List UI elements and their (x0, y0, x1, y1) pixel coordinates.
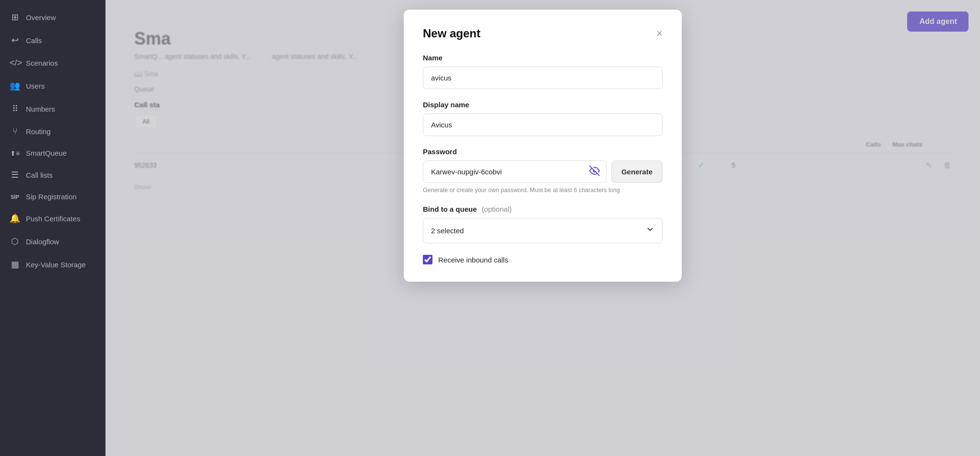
modal-close-button[interactable]: × (656, 28, 663, 39)
display-name-label: Display name (423, 101, 663, 109)
modal-overlay: New agent × Name Display name Password (105, 0, 980, 456)
password-input[interactable] (423, 160, 607, 183)
queue-select-wrap: 2 selected (423, 218, 663, 243)
sidebar-item-label: Dialogflow (26, 238, 59, 246)
bind-queue-label: Bind to a queue (optional) (423, 205, 663, 213)
overview-icon: ⊞ (10, 12, 20, 23)
sidebar-item-key-value-storage[interactable]: ▦ Key-Value Storage (0, 253, 105, 276)
password-field-group: Password Generate Generate or create yo (423, 148, 663, 194)
receive-calls-label: Receive inbound calls (438, 256, 508, 264)
sidebar-item-label: Users (26, 82, 45, 90)
password-hint: Generate or create your own password. Mu… (423, 187, 663, 194)
receive-calls-checkbox[interactable] (423, 255, 432, 264)
sidebar-item-scenarios[interactable]: </> Scenarios (0, 52, 105, 74)
key-value-icon: ▦ (10, 259, 20, 270)
sidebar-item-label: Sip Registration (26, 193, 77, 201)
calls-icon: ↩ (10, 35, 20, 46)
name-input[interactable] (423, 67, 663, 89)
sidebar-item-label: Push Certificates (26, 215, 80, 223)
push-cert-icon: 🔔 (10, 213, 20, 224)
receive-calls-row: Receive inbound calls (423, 255, 663, 264)
password-row: Generate (423, 160, 663, 183)
queue-dropdown[interactable]: 2 selected (423, 218, 663, 243)
sidebar-item-push-certificates[interactable]: 🔔 Push Certificates (0, 207, 105, 230)
sidebar-item-users[interactable]: 👥 Users (0, 74, 105, 97)
password-label: Password (423, 148, 663, 156)
queue-selected-text: 2 selected (431, 227, 464, 235)
bind-queue-field-group: Bind to a queue (optional) 2 selected (423, 205, 663, 243)
sidebar-item-sip-registration[interactable]: SIP Sip Registration (0, 186, 105, 207)
sidebar-item-label: Numbers (26, 105, 55, 113)
scenarios-icon: </> (10, 58, 20, 68)
sidebar-item-call-lists[interactable]: ☰ Call lists (0, 163, 105, 186)
optional-label: (optional) (482, 205, 512, 213)
sidebar-item-label: Overview (26, 13, 56, 22)
password-input-wrap (423, 160, 607, 183)
modal-header: New agent × (423, 27, 663, 40)
numbers-icon: ⠿ (10, 103, 20, 114)
display-name-input[interactable] (423, 114, 663, 136)
new-agent-modal: New agent × Name Display name Password (404, 10, 682, 282)
name-field-group: Name (423, 54, 663, 89)
dialogflow-icon: ⬡ (10, 236, 20, 247)
sidebar-item-calls[interactable]: ↩ Calls (0, 29, 105, 52)
call-lists-icon: ☰ (10, 170, 20, 180)
sidebar-item-numbers[interactable]: ⠿ Numbers (0, 97, 105, 120)
chevron-down-icon (646, 225, 654, 236)
sidebar-item-dialogflow[interactable]: ⬡ Dialogflow (0, 230, 105, 253)
sidebar-item-label: Routing (26, 127, 51, 136)
sidebar-item-label: Scenarios (26, 59, 58, 67)
sidebar-item-label: Call lists (26, 171, 53, 179)
sidebar-item-label: Calls (26, 36, 42, 45)
display-name-field-group: Display name (423, 101, 663, 136)
sidebar: ⊞ Overview ↩ Calls </> Scenarios 👥 Users… (0, 0, 105, 456)
eye-icon[interactable] (589, 165, 600, 178)
sidebar-item-label: SmartQueue (26, 149, 67, 157)
routing-icon: ⑂ (10, 126, 20, 137)
smartqueue-icon: ⬆≡ (10, 149, 20, 157)
modal-title: New agent (423, 27, 480, 40)
sidebar-item-routing[interactable]: ⑂ Routing (0, 120, 105, 143)
users-icon: 👥 (10, 80, 20, 91)
sidebar-item-smartqueue[interactable]: ⬆≡ SmartQueue (0, 143, 105, 163)
generate-button[interactable]: Generate (611, 160, 663, 183)
sidebar-item-overview[interactable]: ⊞ Overview (0, 6, 105, 29)
sidebar-item-label: Key-Value Storage (26, 261, 86, 269)
main-content: Sma SmartQ... agent statuses and skills.… (105, 0, 980, 456)
sip-icon: SIP (10, 194, 20, 200)
name-label: Name (423, 54, 663, 62)
